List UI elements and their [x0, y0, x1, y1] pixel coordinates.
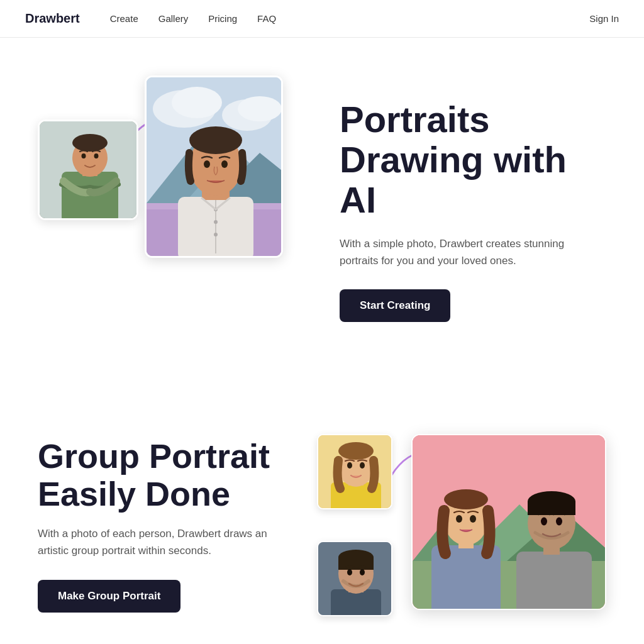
svg-rect-59	[528, 501, 575, 515]
portrait-image	[145, 75, 283, 258]
svg-point-6	[82, 153, 86, 158]
hero-text: Portraits Drawing with AI With a simple …	[340, 99, 606, 322]
nav-faq[interactable]: FAQ	[257, 13, 276, 24]
group-title: Group Portrait Easily Done	[38, 438, 279, 513]
svg-point-21	[214, 220, 218, 224]
make-group-portrait-button[interactable]: Make Group Portrait	[38, 580, 180, 613]
svg-point-60	[541, 518, 547, 526]
svg-point-10	[172, 87, 222, 118]
navbar: Drawbert Create Gallery Pricing FAQ Sign…	[0, 0, 644, 38]
woman-svg	[318, 435, 392, 509]
start-creating-button[interactable]: Start Creating	[340, 289, 450, 322]
svg-point-12	[238, 96, 281, 121]
hero-images	[38, 75, 302, 346]
svg-rect-55	[516, 552, 592, 609]
signin-link[interactable]: Sign In	[589, 13, 619, 24]
group-images	[317, 434, 606, 616]
svg-point-26	[204, 160, 210, 168]
svg-point-61	[556, 518, 562, 526]
original-person-svg	[40, 121, 136, 218]
svg-point-43	[360, 569, 365, 575]
man2-svg	[318, 542, 392, 616]
group-portrait-result	[411, 434, 606, 610]
svg-point-34	[347, 462, 352, 469]
nav-gallery[interactable]: Gallery	[158, 13, 189, 24]
group-description: With a photo of each person, Drawbert dr…	[38, 525, 279, 559]
hero-description: With a simple photo, Drawbert creates st…	[340, 235, 591, 269]
svg-point-5	[72, 134, 108, 152]
group-text: Group Portrait Easily Done With a photo …	[38, 438, 279, 612]
svg-point-25	[189, 126, 242, 154]
svg-point-22	[214, 233, 218, 236]
svg-point-35	[360, 462, 365, 469]
site-logo[interactable]: Drawbert	[25, 11, 80, 26]
svg-point-42	[347, 569, 352, 575]
svg-point-53	[456, 515, 462, 523]
nav-pricing[interactable]: Pricing	[208, 13, 237, 24]
svg-point-7	[94, 153, 99, 158]
svg-point-52	[444, 489, 488, 509]
group-result-svg	[413, 435, 605, 609]
svg-point-27	[221, 160, 228, 168]
group-photo-woman	[317, 434, 392, 509]
portrait-svg	[147, 77, 281, 256]
hero-title: Portraits Drawing with AI	[340, 99, 606, 219]
svg-rect-41	[338, 557, 374, 570]
nav-links: Create Gallery Pricing FAQ	[110, 13, 590, 24]
svg-point-54	[470, 515, 476, 523]
nav-create[interactable]: Create	[110, 13, 138, 24]
svg-point-33	[338, 442, 374, 460]
original-photo	[38, 119, 138, 220]
group-photo-man	[317, 541, 392, 616]
hero-section: Portraits Drawing with AI With a simple …	[0, 38, 644, 396]
group-section: Group Portrait Easily Done With a photo …	[0, 396, 644, 644]
